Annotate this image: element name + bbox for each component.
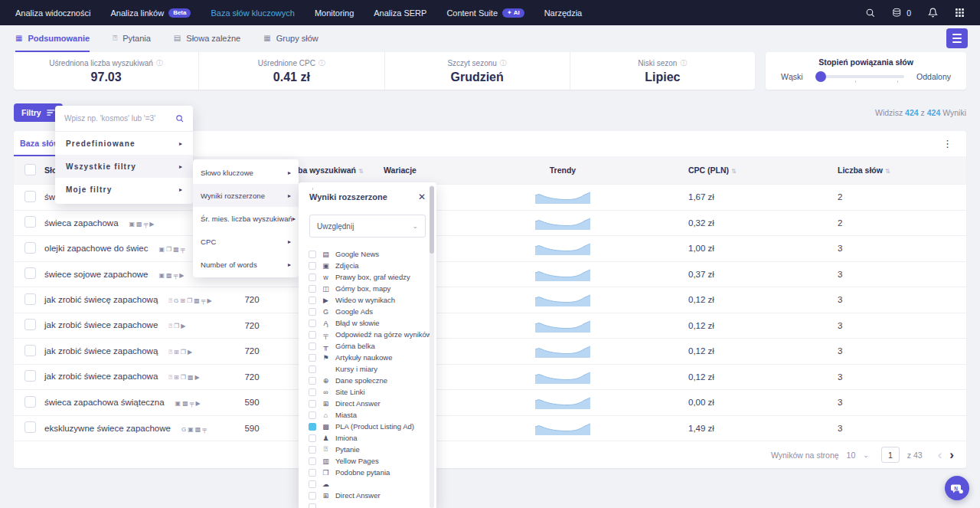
- row-checkbox[interactable]: [24, 191, 36, 202]
- scrollbar-thumb[interactable]: [430, 186, 434, 254]
- serp-feature-option[interactable]: ✓ ▥ Yellow Pages: [309, 455, 436, 467]
- sort-icon[interactable]: ⇅: [731, 168, 737, 175]
- keyword-text[interactable]: olejki zapachowe do świec: [44, 244, 149, 253]
- include-select[interactable]: Uwzględnij ⌄: [309, 215, 426, 238]
- option-checkbox[interactable]: ✓: [309, 377, 316, 385]
- serp-feature-option[interactable]: ✓ ⊞ Direct Answer: [309, 490, 436, 501]
- filter-submenu-item[interactable]: CPC ▸: [193, 230, 299, 253]
- nav-item[interactable]: Baza słów kluczowych: [211, 8, 294, 18]
- option-checkbox[interactable]: ✓: [309, 331, 316, 339]
- serp-feature-option[interactable]: ✓ ▶ Wideo w wynikach: [309, 294, 436, 306]
- row-checkbox[interactable]: [24, 242, 36, 254]
- table-row[interactable]: świece sojowe zapachowe▣▩╤▶ 0,37 zł 3: [14, 261, 966, 287]
- credits-indicator[interactable]: 0: [892, 8, 911, 18]
- option-checkbox[interactable]: ✓: [309, 503, 316, 508]
- row-checkbox[interactable]: [24, 370, 36, 382]
- option-checkbox[interactable]: ✓: [309, 434, 316, 442]
- hamburger-menu-button[interactable]: [946, 28, 968, 48]
- row-checkbox[interactable]: [24, 216, 36, 228]
- keyword-text[interactable]: jak zrobić świece zapachową: [44, 346, 158, 356]
- option-checkbox[interactable]: ✓: [309, 400, 316, 408]
- filter-submenu-item[interactable]: Śr. mies. liczba wyszukiwań ▸: [193, 207, 299, 230]
- search-icon[interactable]: [175, 112, 184, 126]
- row-checkbox[interactable]: [24, 319, 36, 330]
- option-checkbox[interactable]: ✓: [309, 274, 316, 281]
- table-row[interactable]: jak zrobić świece zapachowe⍰❐▶ 720 0,12 …: [14, 313, 966, 339]
- keyword-text[interactable]: świeca zapachowa świąteczna: [44, 398, 165, 407]
- section-tab[interactable]: ▦ Podsumowanie: [15, 25, 90, 52]
- table-row[interactable]: jak zrobić świecę zapachową⍰G⊞❐▩╤▶ 720 0…: [14, 287, 966, 313]
- table-row[interactable]: ekskluzywne świece zapachoweG▣▩╤ 590 1,4…: [14, 415, 966, 441]
- table-row[interactable]: jak zrobić świece zapachową⍰⊞❐▶ 720 0,12…: [14, 338, 966, 364]
- sort-icon[interactable]: ⇅: [885, 168, 890, 175]
- option-checkbox[interactable]: ✓: [309, 492, 316, 500]
- keyword-text[interactable]: jak zrobić świecę zapachową: [44, 295, 158, 304]
- serp-feature-option[interactable]: ✓ ☁: [309, 478, 436, 490]
- section-tab[interactable]: ▦ Grupy słów: [263, 25, 318, 52]
- row-checkbox[interactable]: [24, 267, 36, 279]
- table-row[interactable]: olejki zapachowe do świec▣❐▩╤ 1,00 zł 3: [14, 235, 966, 261]
- section-tab[interactable]: ⍰ Pytania: [113, 25, 151, 52]
- col-header-trends[interactable]: Trendy: [517, 166, 609, 175]
- serp-feature-option[interactable]: ✓ ▣ Zdjęcia: [309, 260, 436, 271]
- keyword-text[interactable]: świece sojowe zapachowe: [44, 270, 149, 279]
- filter-submenu-item[interactable]: Number of words ▸: [193, 253, 299, 276]
- select-all-checkbox[interactable]: [24, 164, 36, 175]
- filter-menu-item[interactable]: Moje filtry ▸: [55, 178, 193, 201]
- close-icon[interactable]: ✕: [418, 192, 426, 202]
- nav-item[interactable]: Analiza linków Beta: [110, 8, 191, 18]
- col-header-cpc[interactable]: CPC (PLN)⇅: [609, 166, 834, 175]
- option-checkbox[interactable]: ✓: [309, 469, 316, 477]
- serp-feature-option[interactable]: ✓ ╥ Górna belka: [309, 340, 436, 352]
- serp-feature-option[interactable]: ✓ ⍰ Pytanie: [309, 444, 436, 455]
- nav-item[interactable]: Monitoring: [315, 8, 354, 18]
- section-tab[interactable]: ▤ Słowa zależne: [174, 25, 240, 52]
- keyword-text[interactable]: jak zrobić świece zapachowa: [44, 372, 158, 381]
- table-options-kebab-icon[interactable]: ⋮: [939, 138, 956, 149]
- previous-page-chevron[interactable]: ‹: [938, 448, 942, 461]
- nav-item[interactable]: Analiza SERP: [374, 8, 426, 18]
- relation-slider-track[interactable]: [815, 75, 904, 78]
- option-checkbox[interactable]: ✓: [309, 342, 316, 350]
- option-checkbox[interactable]: ✓: [309, 411, 316, 419]
- table-row[interactable]: jak zrobić świece zapachowa⍰⊞❐▩▶ 720 0,1…: [14, 364, 966, 390]
- option-checkbox[interactable]: ✓: [309, 285, 316, 293]
- keyword-text[interactable]: ekskluzywne świece zapachowe: [44, 424, 171, 433]
- serp-feature-option[interactable]: ✓ ⊕ Dane społeczne: [309, 375, 436, 386]
- nav-item[interactable]: Content Suite ✦ AI: [446, 8, 524, 18]
- info-icon[interactable]: ⓘ: [500, 58, 507, 68]
- filter-submenu-item[interactable]: Słowo kluczowe ▸: [193, 161, 299, 184]
- apps-grid-icon[interactable]: [955, 8, 965, 18]
- table-row[interactable]: świeca zapachowa▣▩╤▶ 0,32 zł 2: [14, 210, 966, 236]
- option-checkbox[interactable]: ✓: [309, 320, 316, 327]
- nav-item[interactable]: Analiza widoczności: [15, 8, 90, 18]
- notifications-bell-icon[interactable]: [928, 8, 938, 18]
- filter-menu-item[interactable]: Wszystkie filtry ▸: [55, 155, 193, 178]
- row-checkbox[interactable]: [24, 345, 36, 356]
- filter-menu-item[interactable]: Predefiniowane ▸: [55, 132, 193, 155]
- option-checkbox[interactable]: ✓: [309, 251, 316, 258]
- page-input[interactable]: 1: [881, 447, 900, 463]
- serp-feature-option[interactable]: ✓ ▤ Google News: [309, 248, 436, 260]
- option-checkbox[interactable]: ✓: [309, 297, 316, 304]
- keyword-text[interactable]: jak zrobić świece zapachowe: [44, 320, 158, 329]
- row-checkbox[interactable]: [24, 421, 36, 433]
- option-checkbox[interactable]: ✓: [309, 262, 316, 270]
- option-checkbox[interactable]: ✓: [309, 354, 316, 362]
- chevron-down-icon[interactable]: ⌄: [863, 451, 869, 459]
- option-checkbox[interactable]: ✓: [309, 388, 316, 396]
- serp-feature-option[interactable]: ✓ Ą Błąd w słowie: [309, 317, 436, 329]
- serp-feature-option[interactable]: ✓ w Prawy box, graf wiedzy: [309, 271, 436, 283]
- serp-feature-option[interactable]: ✓ ♟ Imiona: [309, 432, 436, 444]
- serp-feature-option[interactable]: ✓ G Google Ads: [309, 306, 436, 317]
- row-checkbox[interactable]: [24, 396, 36, 408]
- option-checkbox[interactable]: ✓: [309, 480, 316, 488]
- option-checkbox[interactable]: ✓: [309, 457, 316, 465]
- option-checkbox[interactable]: ✓: [309, 423, 316, 431]
- option-checkbox[interactable]: ✓: [309, 446, 316, 454]
- serp-feature-option[interactable]: ✓ Kursy i miary: [309, 363, 436, 375]
- col-header-word-count[interactable]: Liczba słów⇅: [834, 166, 965, 175]
- info-icon[interactable]: ⓘ: [156, 58, 163, 68]
- info-icon[interactable]: ⓘ: [680, 58, 687, 68]
- serp-feature-option[interactable]: ✓ ▩ PLA (Product Listing Ad): [309, 421, 436, 432]
